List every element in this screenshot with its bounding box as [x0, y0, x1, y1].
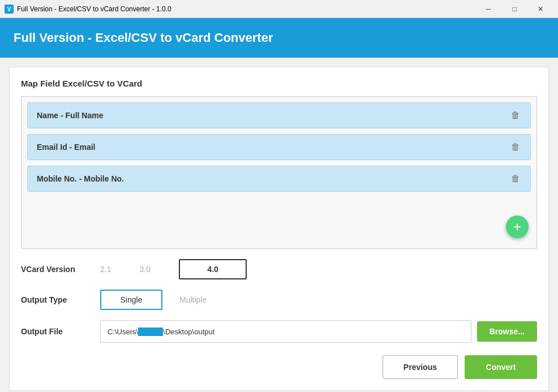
- delete-button-1[interactable]: 🗑: [509, 141, 522, 153]
- delete-button-0[interactable]: 🗑: [509, 109, 522, 122]
- previous-button[interactable]: Previous: [383, 355, 458, 379]
- output-file-suffix: \Desktop\output: [163, 328, 214, 336]
- delete-button-2[interactable]: 🗑: [509, 173, 522, 185]
- field-item-label-1: Email Id - Email: [37, 143, 502, 152]
- convert-button[interactable]: Convert: [465, 355, 537, 379]
- field-item-label-0: Name - Full Name: [37, 111, 502, 120]
- svg-text:V: V: [7, 6, 11, 12]
- output-file-label: Output File: [21, 327, 100, 336]
- vcard-version-row: VCard Version 2.1 3.0 4.0: [21, 259, 537, 279]
- field-item-2: Mobile No. - Mobile No. 🗑: [27, 166, 531, 192]
- app-header: Full Version - Excel/CSV to vCard Conver…: [0, 18, 558, 58]
- output-file-row: Output File C:\Users\ \Desktop\output Br…: [21, 320, 537, 343]
- output-file-prefix: C:\Users\: [108, 328, 138, 336]
- restore-button[interactable]: □: [501, 0, 527, 18]
- app-title: Full Version - Excel/CSV to vCard Conver…: [14, 31, 273, 45]
- minimize-button[interactable]: ─: [475, 0, 501, 18]
- output-type-label: Output Type: [21, 295, 100, 304]
- app-icon: V: [5, 5, 14, 14]
- version-2-1[interactable]: 2.1: [100, 265, 111, 274]
- field-item-0: Name - Full Name 🗑: [27, 102, 531, 128]
- version-options: 2.1 3.0 4.0: [100, 259, 537, 279]
- output-file-selected: [138, 328, 163, 336]
- window-title: Full Version - Excel/CSV to vCard Conver…: [17, 5, 475, 13]
- vcard-version-label: VCard Version: [21, 265, 100, 274]
- single-button[interactable]: Single: [100, 290, 162, 310]
- add-field-button[interactable]: +: [506, 216, 529, 238]
- window-controls: ─ □ ✕: [475, 0, 553, 18]
- title-bar: V Full Version - Excel/CSV to vCard Conv…: [0, 0, 558, 18]
- bottom-buttons: Previous Convert: [21, 355, 537, 379]
- output-type-row: Output Type Single Multiple: [21, 290, 537, 310]
- field-item-label-2: Mobile No. - Mobile No.: [37, 174, 502, 183]
- section-title: Map Field Excel/CSV to VCard: [21, 79, 537, 88]
- version-4-0-box[interactable]: 4.0: [179, 259, 247, 279]
- main-content: Map Field Excel/CSV to VCard Name - Full…: [9, 67, 549, 391]
- output-file-display[interactable]: C:\Users\ \Desktop\output: [100, 320, 471, 343]
- browse-button[interactable]: Browse...: [477, 321, 537, 342]
- output-type-options: Single Multiple: [100, 290, 212, 310]
- multiple-option[interactable]: Multiple: [174, 291, 212, 309]
- close-button[interactable]: ✕: [527, 0, 553, 18]
- version-3-0[interactable]: 3.0: [139, 265, 150, 274]
- field-item-1: Email Id - Email 🗑: [27, 134, 531, 160]
- field-list-container[interactable]: Name - Full Name 🗑 Email Id - Email 🗑 Mo…: [21, 96, 537, 249]
- plus-icon: +: [513, 219, 521, 235]
